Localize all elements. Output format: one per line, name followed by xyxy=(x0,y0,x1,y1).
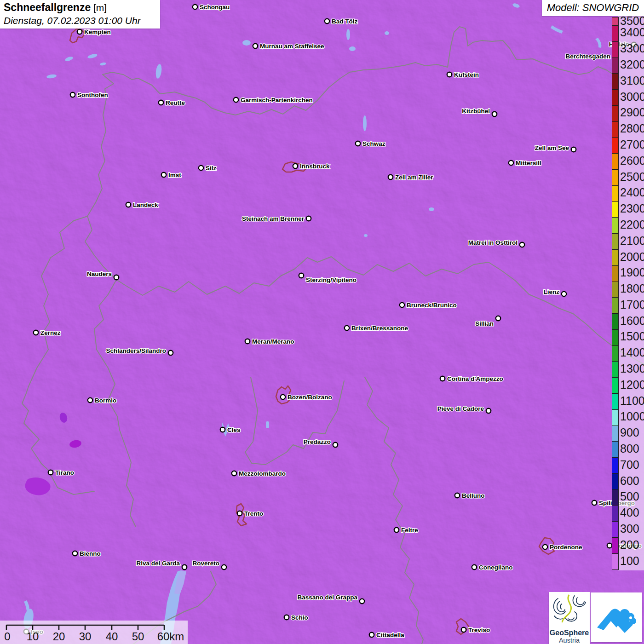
city-marker-dot xyxy=(73,551,77,556)
colorbar-tick-label: 3300 xyxy=(620,43,644,54)
city-marker-dot xyxy=(199,166,203,170)
geosphere-contours-icon xyxy=(549,592,590,626)
city-label: Sonthofen xyxy=(77,92,108,98)
city-label: Lienz xyxy=(543,288,559,295)
colorbar-segment xyxy=(612,409,618,426)
colorbar-segment xyxy=(612,329,618,345)
city-marker-dot xyxy=(607,543,612,548)
colorbar-tick-label: 200 xyxy=(620,539,639,551)
city-label: Schio xyxy=(291,614,308,621)
city-marker-dot xyxy=(486,408,491,413)
colorbar-segment xyxy=(612,121,618,138)
city-marker-dot xyxy=(237,511,242,516)
city-marker-dot xyxy=(520,242,524,247)
city-label: Bormio xyxy=(95,397,116,404)
colorbar-tick-label: 500 xyxy=(620,491,639,502)
city-marker-dot xyxy=(284,615,289,620)
colorbar-tick-label: 1000 xyxy=(620,411,644,422)
city-marker-dot xyxy=(77,29,82,34)
scale-label-50: 50 xyxy=(132,630,144,643)
city-marker-dot xyxy=(234,98,238,102)
colorbar-tick-label: 1400 xyxy=(620,347,644,358)
colorbar-tick-label: 300 xyxy=(620,523,639,535)
city-label: Reutte xyxy=(166,99,185,106)
colorbar-tick-label: 3400 xyxy=(620,27,644,38)
city-marker-dot xyxy=(126,202,131,207)
city-label: Kitzbühel xyxy=(462,108,490,115)
city-label: Bassano del Grappa xyxy=(297,594,357,601)
city-marker-dot xyxy=(333,443,338,447)
colorbar-tick-label: 1100 xyxy=(620,395,644,407)
colorbar-segment xyxy=(612,441,618,457)
city-label: Brixen/Bressanone xyxy=(351,325,408,332)
city-marker-dot xyxy=(34,330,38,335)
city-marker-dot xyxy=(299,273,304,278)
city-label: Riva del Garda xyxy=(136,560,180,567)
city-marker-dot xyxy=(394,528,399,532)
city-marker-dot xyxy=(571,147,576,152)
city-marker-dot xyxy=(245,339,250,344)
city-marker-dot xyxy=(114,275,119,280)
colorbar-tick-label: 2200 xyxy=(620,219,644,230)
colorbar-segment xyxy=(612,249,618,265)
scale-label-10: 10 xyxy=(27,630,39,643)
colorbar-segment xyxy=(612,505,618,521)
colorbar-segment xyxy=(612,41,618,58)
city-label: Belluno xyxy=(462,492,485,499)
city-marker-dot xyxy=(455,493,460,498)
city-marker-dot xyxy=(232,471,236,476)
colorbar-segment xyxy=(612,201,618,218)
colorbar-segment xyxy=(612,537,618,553)
colorbar-segment xyxy=(612,185,618,201)
colorbar-segment xyxy=(612,89,618,105)
colorbar-segment xyxy=(612,265,618,282)
city-label: Innsbruck xyxy=(300,163,330,170)
colorbar-tick-label: 3500 xyxy=(620,15,644,27)
city-label: Sterzing/Vipiteno xyxy=(306,276,356,283)
colorbar-tick-label: 3000 xyxy=(620,91,644,103)
city-label: Landeck xyxy=(133,201,158,208)
city-marker-dot xyxy=(281,395,285,399)
city-label: Schwaz xyxy=(362,140,385,147)
geosphere-name: GeoSphere xyxy=(549,629,590,637)
colorbar-segment xyxy=(612,377,618,393)
colorbar-tick-label: 2300 xyxy=(620,203,644,214)
city-label: Zell am Ziller xyxy=(395,174,433,181)
blue-mountain-cloud-icon xyxy=(591,592,642,642)
city-marker-dot xyxy=(253,44,258,48)
city-label: Conegliano xyxy=(479,564,513,571)
city-marker-dot xyxy=(193,5,197,9)
city-label: Imst xyxy=(168,172,181,178)
city-label: Schlanders/Silandro xyxy=(106,347,166,354)
city-label: Bruneck/Brunico xyxy=(407,302,457,309)
city-label: Nauders xyxy=(87,270,112,277)
colorbar-segment xyxy=(612,25,618,41)
city-label: Zernez xyxy=(40,329,61,336)
city-marker-dot xyxy=(472,565,477,569)
city-label: Predazzo xyxy=(304,438,331,445)
colorbar-segment xyxy=(612,457,618,473)
city-marker-dot xyxy=(509,161,513,165)
colorbar-segment xyxy=(612,105,618,121)
city-marker-dot xyxy=(88,398,92,402)
city-label: Kempten xyxy=(84,29,111,35)
city-label: Meran/Merano xyxy=(252,338,294,345)
colorbar-tick-label: 1600 xyxy=(620,315,644,327)
city-marker-dot xyxy=(492,112,497,116)
colorbar-tick-label: 2600 xyxy=(620,155,644,167)
colorbar-segment xyxy=(612,426,618,442)
scale-label-40: 40 xyxy=(106,630,118,643)
city-label: Mittersill xyxy=(516,160,541,167)
city-marker-dot xyxy=(220,427,225,432)
colorbar-tick-label: 3200 xyxy=(620,59,644,70)
city-label: Cles xyxy=(227,426,241,433)
city-label: Sillian xyxy=(475,320,494,327)
city-label: Tirano xyxy=(55,469,74,476)
snowfall-limit-map: SchongauBad TölzKemptenMurnau am Staffel… xyxy=(0,0,644,644)
colorbar-segment xyxy=(612,521,618,537)
title-box: Schneefallgrenze [m] Dienstag, 07.02.202… xyxy=(0,0,160,29)
colorbar-segment xyxy=(612,489,618,506)
scale-label-20: 20 xyxy=(53,630,65,643)
city-marker-dot xyxy=(562,292,566,296)
city-label: Cittadella xyxy=(376,632,404,638)
